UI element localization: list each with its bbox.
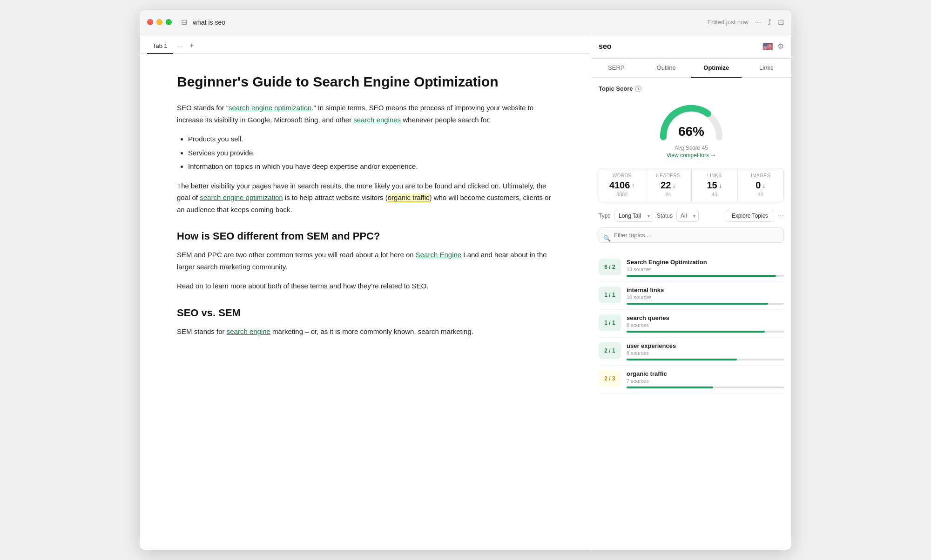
- more-options-icon[interactable]: ···: [755, 18, 761, 27]
- gauge-percent: 66%: [678, 124, 704, 139]
- topic-badge-3: 2 / 1: [599, 342, 621, 359]
- para-3: SEM and PPC are two other common terms y…: [177, 249, 553, 273]
- para-5: SEM stands for search engine marketing –…: [177, 326, 553, 338]
- topic-bar-4: [627, 387, 784, 388]
- titlebar: ⊟ what is seo Edited just now ··· ⤴ ⊡: [140, 10, 791, 34]
- topic-item-1[interactable]: 1 / 1 internal links 10 sources: [599, 282, 784, 310]
- topic-item-3[interactable]: 2 / 1 user experiences 8 sources: [599, 338, 784, 366]
- stat-words-sub: 3302: [605, 192, 639, 197]
- panel-search-term: seo: [599, 42, 759, 51]
- topic-sources-1: 10 sources: [627, 294, 784, 300]
- bullets-list: Products you sell. Services you provide.…: [188, 133, 553, 173]
- tabs-bar: Tab 1 ··· +: [140, 34, 591, 54]
- avg-score: Avg Score 45: [675, 145, 708, 151]
- topic-info-0: Search Engine Optimization 13 sources: [627, 259, 784, 277]
- para-2: The better visibility your pages have in…: [177, 180, 553, 216]
- share-icon[interactable]: ⤴: [768, 18, 771, 27]
- topic-bar-2: [627, 331, 784, 333]
- para-4: Read on to learn more about both of thes…: [177, 280, 553, 292]
- tab-optimize[interactable]: Optimize: [691, 59, 742, 78]
- list-item: Services you provide.: [188, 147, 553, 159]
- links-arrow-icon: ↓: [719, 182, 722, 189]
- stat-headers: HEADERS 22 ↓ 24: [645, 168, 691, 202]
- main-area: Tab 1 ··· + Beginner's Guide to Search E…: [140, 34, 791, 550]
- topic-item-0[interactable]: 6 / 2 Search Engine Optimization 13 sour…: [599, 254, 784, 282]
- type-select-wrapper[interactable]: Long Tail: [614, 210, 653, 222]
- maximize-button[interactable]: [166, 19, 172, 25]
- stat-words: WORDS 4106 ↑ 3302: [599, 168, 645, 202]
- panel-tabs: SERP Outline Optimize Links: [591, 59, 791, 78]
- topic-badge-4: 2 / 3: [599, 370, 621, 387]
- words-arrow-icon: ↑: [631, 182, 634, 189]
- view-competitors-link[interactable]: View competitors →: [667, 152, 716, 159]
- para-1: SEO stands for “search engine optimizati…: [177, 102, 553, 126]
- stat-links-label: LINKS: [697, 173, 732, 178]
- topic-sources-0: 13 sources: [627, 267, 784, 272]
- link-seo-1[interactable]: search engine optimization: [229, 104, 311, 112]
- tab-outline[interactable]: Outline: [641, 59, 692, 77]
- highlight-organic-traffic[interactable]: organic traffic: [388, 193, 430, 202]
- stat-headers-value: 22 ↓: [651, 180, 685, 191]
- tab-links[interactable]: Links: [742, 59, 792, 77]
- list-item: Information on topics in which you have …: [188, 160, 553, 173]
- traffic-lights: [147, 19, 172, 25]
- topic-sources-4: 7 sources: [627, 378, 784, 384]
- status-select-wrapper[interactable]: All: [676, 210, 699, 222]
- titlebar-actions: Edited just now ··· ⤴ ⊡: [707, 18, 784, 27]
- layout-icon[interactable]: ⊡: [778, 18, 784, 27]
- status-select[interactable]: All: [676, 210, 699, 222]
- flag-icon[interactable]: 🇺🇸: [762, 41, 773, 52]
- topic-bar-3: [627, 359, 784, 360]
- type-label: Type: [599, 213, 611, 219]
- tab-serp[interactable]: SERP: [591, 59, 641, 77]
- stat-headers-label: HEADERS: [651, 173, 685, 178]
- topic-bar-fill-1: [627, 303, 768, 305]
- editor-pane: Tab 1 ··· + Beginner's Guide to Search E…: [140, 34, 591, 550]
- filter-more-icon[interactable]: ···: [778, 212, 784, 220]
- link-search-engine-2[interactable]: search engine: [227, 327, 270, 335]
- topic-info-2: search queries 8 sources: [627, 314, 784, 333]
- explore-topics-button[interactable]: Explore Topics: [726, 210, 774, 222]
- topic-name-3: user experiences: [627, 342, 784, 349]
- topic-item-2[interactable]: 1 / 1 search queries 8 sources: [599, 310, 784, 338]
- topic-info-3: user experiences 8 sources: [627, 342, 784, 360]
- tab-1[interactable]: Tab 1: [147, 39, 173, 54]
- topic-score-section: Topic Score i 66% A: [599, 85, 784, 159]
- info-icon[interactable]: i: [635, 86, 641, 92]
- tab-more-icon[interactable]: ···: [176, 39, 185, 53]
- type-select[interactable]: Long Tail: [614, 210, 653, 222]
- topic-search-wrapper: 🔍: [599, 227, 784, 248]
- editor-content: Beginner's Guide to Search Engine Optimi…: [140, 54, 591, 550]
- topic-item-4[interactable]: 2 / 3 organic traffic 7 sources: [599, 366, 784, 393]
- topic-info-1: internal links 10 sources: [627, 287, 784, 305]
- topic-name-2: search queries: [627, 314, 784, 321]
- topic-badge-1: 1 / 1: [599, 287, 621, 303]
- topic-filter-input[interactable]: [599, 227, 784, 243]
- headers-arrow-icon: ↓: [673, 182, 676, 189]
- link-search-engine-land[interactable]: Search Engine: [416, 251, 461, 259]
- heading-sem: How is SEO different from SEM and PPC?: [177, 230, 553, 242]
- stat-images: IMAGES 0 ↓ 10: [738, 168, 783, 202]
- topic-info-4: organic traffic 7 sources: [627, 370, 784, 388]
- topic-bar-fill-2: [627, 331, 765, 333]
- gear-icon[interactable]: ⚙: [777, 42, 784, 51]
- minimize-button[interactable]: [156, 19, 162, 25]
- link-search-engines[interactable]: search engines: [353, 116, 401, 124]
- sidebar-toggle-icon[interactable]: ⊟: [181, 18, 187, 27]
- gauge-center-text: 66%: [678, 124, 704, 139]
- filter-row: Type Long Tail Status All Explore Topics…: [599, 210, 784, 222]
- stat-images-label: IMAGES: [743, 173, 778, 178]
- close-button[interactable]: [147, 19, 153, 25]
- topic-bar-0: [627, 275, 784, 277]
- stat-links-value: 15 ↓: [697, 180, 732, 191]
- link-seo-2[interactable]: search engine optimization: [200, 193, 283, 201]
- panel-header: seo 🇺🇸 ⚙: [591, 34, 791, 59]
- stat-headers-sub: 24: [651, 192, 685, 197]
- stat-links: LINKS 15 ↓ 43: [692, 168, 738, 202]
- stat-links-sub: 43: [697, 192, 732, 197]
- panel-header-icons: 🇺🇸 ⚙: [762, 41, 784, 52]
- tab-add-button[interactable]: +: [188, 38, 196, 53]
- heading-seo-sem: SEO vs. SEM: [177, 307, 553, 319]
- stats-row: WORDS 4106 ↑ 3302 HEADERS 22 ↓ 24: [599, 168, 784, 202]
- search-icon: 🔍: [603, 234, 611, 241]
